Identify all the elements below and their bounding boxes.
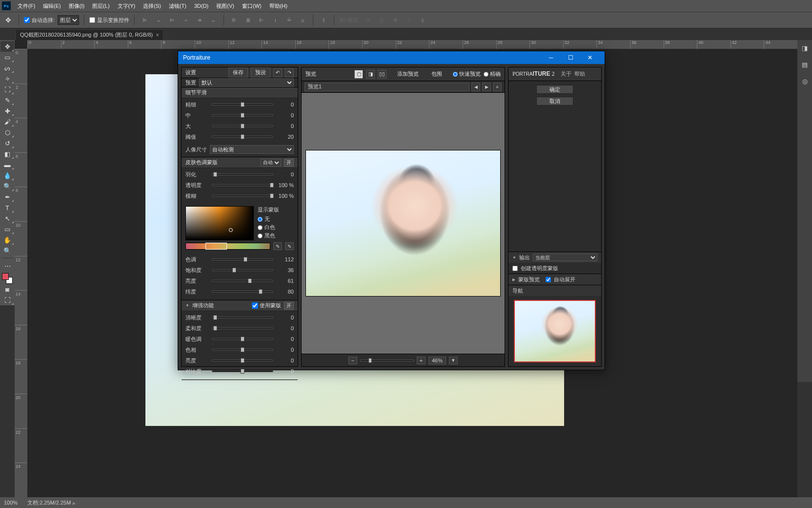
view-single-icon[interactable]: ▢ [354, 70, 363, 79]
quick-preview-radio[interactable]: 快速预览 [453, 70, 481, 78]
text-tool[interactable]: T [0, 202, 14, 213]
zoom-menu-button[interactable]: ▾ [449, 357, 458, 364]
skin-on-button[interactable]: 开 [284, 159, 294, 167]
menu-image[interactable]: 图像(I) [65, 0, 88, 12]
maximize-button[interactable]: ☐ [561, 51, 580, 64]
mask-opt-white[interactable]: 白色 [258, 224, 279, 231]
include-label[interactable]: 包围 [431, 70, 442, 78]
zoom-tool[interactable]: 🔍 [0, 245, 14, 256]
distribute-icon[interactable]: ≟ [284, 15, 294, 25]
use-mask-check[interactable]: 使用蒙版 [252, 302, 281, 309]
dialog-titlebar[interactable]: Portraiture ─ ☐ ✕ [178, 51, 605, 64]
panel-icon[interactable]: ◎ [800, 76, 810, 86]
marquee-tool[interactable]: ▭ [0, 52, 14, 63]
preview-area[interactable] [302, 93, 505, 354]
doc-tab[interactable]: QQ截图20180206135940.png @ 100% (图层 0, RGB… [16, 29, 163, 40]
slider-track[interactable] [212, 195, 273, 197]
dodge-tool[interactable]: 🔍 [0, 181, 14, 191]
slider-track[interactable] [212, 317, 273, 318]
auto-expand-check[interactable] [546, 277, 551, 282]
slider-track[interactable] [212, 173, 273, 175]
edit-toolbar[interactable]: ⋯ [0, 260, 14, 271]
healing-tool[interactable]: ✚ [0, 106, 14, 116]
ok-button[interactable]: 确定 [536, 85, 573, 94]
portrait-size-select[interactable]: 自动检测 [210, 145, 294, 154]
undo-button[interactable]: ↶ [273, 68, 282, 77]
slider-track[interactable] [212, 269, 273, 271]
lasso-tool[interactable]: ᔕ [0, 63, 14, 73]
menu-layer[interactable]: 图层(L) [88, 0, 113, 12]
view-split-h-icon[interactable]: ◨ [366, 70, 375, 79]
zoom-value[interactable]: 46% [428, 357, 446, 364]
menu-view[interactable]: 视图(V) [212, 0, 238, 12]
precise-radio[interactable]: 精确 [484, 70, 501, 78]
menu-edit[interactable]: 编辑(E) [39, 0, 65, 12]
close-icon[interactable]: × [156, 32, 159, 39]
minimize-button[interactable]: ─ [541, 51, 561, 64]
menu-icon[interactable]: ≡ [493, 83, 502, 91]
move-tool[interactable]: ✥ [0, 41, 14, 52]
close-button[interactable]: ✕ [580, 51, 600, 64]
enhance-on-button[interactable]: 开 [284, 302, 294, 310]
crop-tool[interactable]: ⛶ [0, 84, 14, 95]
menu-3d[interactable]: 3D(D) [190, 0, 212, 12]
color-swatch[interactable] [2, 273, 13, 284]
align-icon[interactable]: ⫟ [181, 15, 191, 25]
view-split-v-icon[interactable]: ▯▯ [378, 70, 386, 79]
add-preview-link[interactable]: 添加预览 [397, 70, 419, 78]
menu-select[interactable]: 选择(S) [139, 0, 165, 12]
slider-track[interactable] [212, 184, 273, 186]
distribute-icon[interactable]: ⫝ [297, 15, 308, 25]
slider-track[interactable] [212, 114, 273, 116]
align-icon[interactable]: ⫠ [153, 15, 164, 25]
show-transform-check[interactable]: 显示变换控件 [89, 17, 129, 24]
next-icon[interactable]: ▶ [482, 83, 491, 91]
preset-select[interactable]: 默认 [199, 78, 294, 87]
slider-track[interactable] [212, 349, 273, 351]
zoom-out-button[interactable]: − [348, 357, 357, 364]
menu-file[interactable]: 文件(F) [14, 0, 39, 12]
nav-thumbnail[interactable] [514, 300, 596, 362]
about-link[interactable]: 关于 [561, 70, 571, 78]
align-icon[interactable]: ≑ [194, 15, 205, 25]
menu-text[interactable]: 文字(Y) [114, 0, 140, 12]
zoom-in-button[interactable]: + [417, 357, 426, 364]
gradient-tool[interactable]: ▬ [0, 159, 14, 170]
eraser-tool[interactable]: ◧ [0, 148, 14, 159]
blur-tool[interactable]: 💧 [0, 170, 14, 181]
magic-wand-tool[interactable]: ✧ [0, 73, 14, 84]
slider-track[interactable] [212, 370, 273, 372]
quickmask-tool[interactable]: ◙ [0, 284, 14, 295]
opacity-mask-check[interactable] [512, 266, 518, 271]
distribute-icon[interactable]: ⫴ [318, 15, 329, 25]
mask-opt-none[interactable]: 无 [258, 215, 279, 223]
eyedropper-minus-icon[interactable]: ✎ [273, 242, 282, 250]
align-icon[interactable]: ⊫ [140, 15, 150, 25]
auto-select-check[interactable]: 自动选择: [24, 17, 55, 24]
slider-track[interactable] [212, 280, 273, 282]
slider-track[interactable] [212, 338, 273, 340]
help-link[interactable]: 帮助 [574, 70, 585, 78]
preview-tab[interactable]: 预览1 [304, 83, 469, 91]
menu-filter[interactable]: 滤镜(T) [165, 0, 190, 12]
shape-tool[interactable]: ▭ [0, 224, 14, 234]
menu-window[interactable]: 窗口(W) [238, 0, 265, 12]
pen-tool[interactable]: ✒ [0, 191, 14, 202]
layer-group-select[interactable]: 图层 [58, 15, 79, 25]
cancel-button[interactable]: 取消 [536, 97, 573, 106]
slider-track[interactable] [212, 360, 273, 361]
distribute-icon[interactable]: ⊩ [256, 15, 267, 25]
distribute-icon[interactable]: ⫞ [270, 15, 281, 25]
panel-icon[interactable]: ▤ [800, 60, 810, 69]
hand-tool[interactable]: ✋ [0, 234, 14, 245]
prev-icon[interactable]: ◀ [471, 83, 480, 91]
path-tool[interactable]: ↖ [0, 213, 14, 224]
eyedropper-tool[interactable]: ✎ [0, 95, 14, 106]
skin-color-picker[interactable] [185, 206, 254, 240]
history-brush-tool[interactable]: ↺ [0, 138, 14, 148]
brush-tool[interactable]: 🖌 [0, 116, 14, 127]
distribute-icon[interactable]: ≣ [243, 15, 253, 25]
slider-track[interactable] [212, 104, 273, 106]
redo-button[interactable]: ↷ [285, 68, 294, 77]
screenmode-tool[interactable]: ⛶ [0, 295, 14, 305]
